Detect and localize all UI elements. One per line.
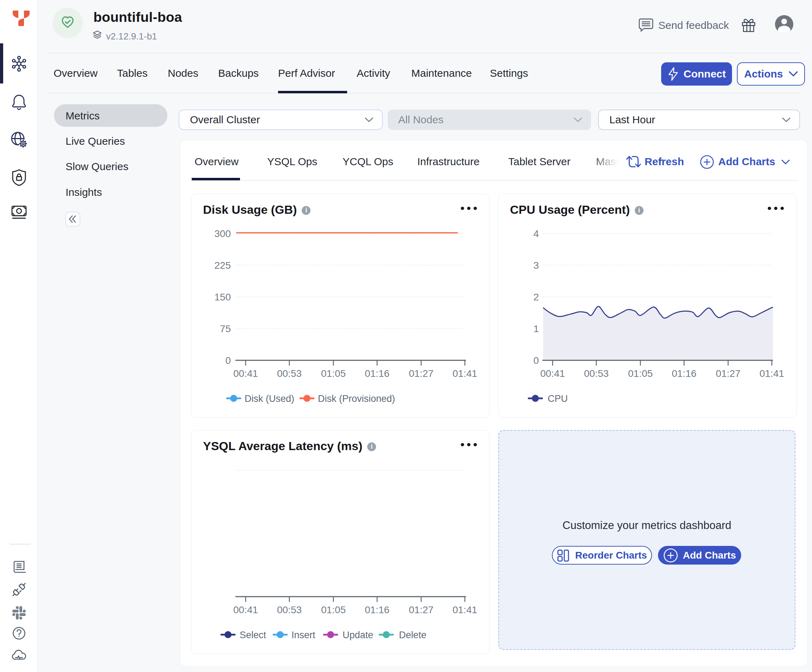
- svg-text:00:41: 00:41: [233, 368, 258, 379]
- svg-text:01:16: 01:16: [365, 368, 389, 379]
- svg-text:01:05: 01:05: [321, 604, 346, 615]
- svg-text:00:53: 00:53: [277, 368, 302, 379]
- svg-text:00:41: 00:41: [540, 368, 565, 379]
- svg-text:Disk (Provisioned): Disk (Provisioned): [318, 393, 395, 404]
- svg-text:00:53: 00:53: [277, 604, 302, 615]
- svg-text:01:41: 01:41: [759, 368, 784, 379]
- svg-text:75: 75: [220, 323, 231, 334]
- svg-text:225: 225: [214, 260, 231, 271]
- svg-text:300: 300: [214, 228, 231, 239]
- svg-text:Delete: Delete: [399, 630, 426, 640]
- svg-text:Select: Select: [240, 630, 266, 640]
- svg-text:00:41: 00:41: [233, 604, 258, 615]
- svg-text:0: 0: [533, 355, 539, 366]
- svg-text:01:16: 01:16: [365, 604, 389, 615]
- svg-text:CPU: CPU: [548, 393, 568, 404]
- svg-text:1: 1: [533, 323, 539, 334]
- svg-text:01:27: 01:27: [409, 604, 433, 615]
- svg-text:Insert: Insert: [292, 630, 316, 640]
- svg-text:01:27: 01:27: [409, 368, 433, 379]
- svg-text:00:53: 00:53: [584, 368, 609, 379]
- svg-text:4: 4: [533, 228, 539, 239]
- svg-text:01:05: 01:05: [628, 368, 653, 379]
- svg-text:01:27: 01:27: [716, 368, 740, 379]
- svg-text:150: 150: [214, 292, 231, 303]
- svg-text:Update: Update: [343, 630, 373, 640]
- svg-text:2: 2: [533, 292, 539, 303]
- svg-text:3: 3: [533, 260, 539, 271]
- svg-text:Disk (Used): Disk (Used): [245, 393, 294, 404]
- svg-text:01:41: 01:41: [452, 368, 477, 379]
- svg-text:01:05: 01:05: [321, 368, 346, 379]
- svg-text:0: 0: [225, 355, 231, 366]
- svg-text:01:41: 01:41: [452, 604, 477, 615]
- svg-text:01:16: 01:16: [672, 368, 696, 379]
